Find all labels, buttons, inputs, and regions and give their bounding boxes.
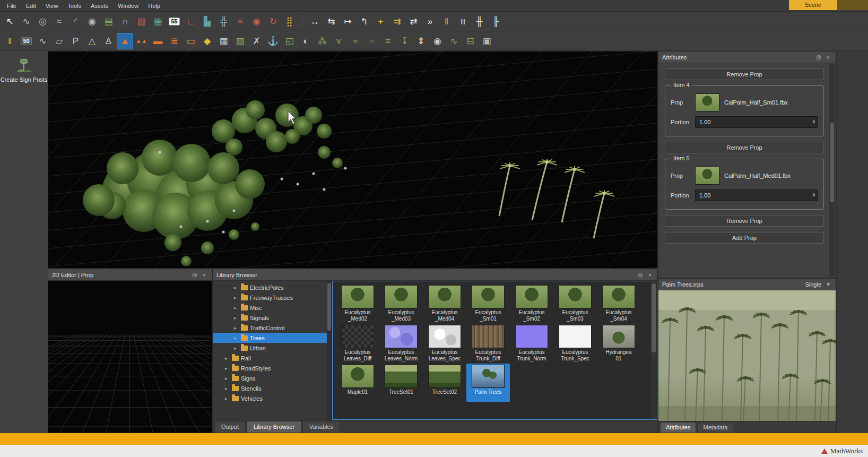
expand-arrow-icon[interactable]: ▸ <box>234 335 240 341</box>
asset-eucalyptus-med03[interactable]: Eucalyptus _Med03 <box>379 284 423 323</box>
portion-spinbox[interactable]: 1.00 ▲ ▼ <box>695 189 818 201</box>
crosswalk-surface-tool[interactable]: ▦ <box>150 13 166 30</box>
scene-3d-viewport[interactable] <box>48 51 658 269</box>
tree-item-signs[interactable]: ▸Signs <box>213 373 332 383</box>
asset-eucalyptus-trunk-norm[interactable]: Eucalyptus Trunk_Norm <box>510 324 553 363</box>
remove-prop-button[interactable]: Remove Prop <box>665 68 824 80</box>
tree-item-rail[interactable]: ▸Rail <box>213 353 332 363</box>
menu-assets[interactable]: Assets <box>86 1 113 11</box>
tree-item-vehicles[interactable]: ▸Vehicles <box>213 393 332 403</box>
remove-prop-button[interactable]: Remove Prop <box>665 215 824 227</box>
elevation-layers-tool[interactable]: ≈ <box>363 33 380 49</box>
add-prop-button[interactable]: Add Prop <box>665 232 824 244</box>
tree-item-trafficcontrol[interactable]: ▸TrafficControl <box>213 323 332 333</box>
corner-apex-tool[interactable]: ∟ <box>183 13 199 30</box>
spin-down-icon[interactable]: ▼ <box>812 122 815 124</box>
export-scene-tool[interactable]: ⊟ <box>462 33 479 49</box>
speed-paint-tool[interactable]: 50 <box>18 33 34 49</box>
stack-layers-tool[interactable]: ≡ <box>380 33 396 49</box>
lane-width-tool[interactable]: ↔ <box>307 13 323 30</box>
asset-eucalyptus-med04[interactable]: Eucalyptus _Med04 <box>423 284 466 323</box>
asset-eucalyptus-leaves-diff[interactable]: Eucalyptus Leaves_Diff <box>336 324 379 363</box>
attributes-scrollbar[interactable] <box>829 64 835 277</box>
marking-lines-tool[interactable]: ≡ <box>232 13 248 30</box>
cone-tool[interactable]: ▲ <box>117 33 133 49</box>
lane-node-tool[interactable]: ╟ <box>488 13 504 30</box>
road-marking-paint-tool[interactable]: ‖ <box>2 33 18 49</box>
tab-variables[interactable]: Variables <box>302 421 340 433</box>
panel-settings-icon[interactable]: ◎ <box>191 271 198 278</box>
menu-file[interactable]: File <box>2 1 21 11</box>
menu-help[interactable]: Help <box>143 1 165 11</box>
menu-edit[interactable]: Edit <box>21 1 41 11</box>
asset-hydrangea-01[interactable]: Hydrangea 01 <box>597 324 640 363</box>
panel-settings-icon[interactable]: ◎ <box>815 54 822 61</box>
anchor-tool[interactable]: ⚓ <box>265 33 281 49</box>
speed-limit-sign-tool[interactable]: 55 <box>166 13 183 30</box>
lane-connect-tool[interactable]: ╫ <box>471 13 488 30</box>
asset-eucalyptus-sm04[interactable]: Eucalyptus _Sm04 <box>597 284 640 323</box>
expand-arrow-icon[interactable]: ▸ <box>234 315 240 321</box>
asset-maple01[interactable]: Maple01 <box>336 364 379 402</box>
expand-arrow-icon[interactable]: ▸ <box>234 346 240 351</box>
tree-scrollbar[interactable] <box>327 281 332 420</box>
create-sign-posts-tool[interactable] <box>13 56 34 74</box>
lane-cross-tool[interactable]: + <box>372 13 389 30</box>
asset-preview-viewport[interactable] <box>658 290 836 421</box>
surface-polygon-tool[interactable]: ▱ <box>51 33 67 49</box>
barrel-row-tool[interactable]: ≣ <box>166 33 183 49</box>
lane-offset-tool[interactable]: ⇆ <box>323 13 340 30</box>
panel-close-icon[interactable]: × <box>201 272 208 278</box>
expand-arrow-icon[interactable]: ▸ <box>225 376 231 381</box>
bridge-span-tool[interactable]: ∩ <box>117 13 133 30</box>
road-layers-tool[interactable]: ≈ <box>347 33 363 49</box>
pedestrian-tool[interactable]: ♙ <box>100 33 117 49</box>
lane-triple-marking-tool[interactable]: ||| <box>455 13 471 30</box>
tree-item-trees[interactable]: ▸Trees <box>213 333 332 343</box>
asset-eucalyptus-sm02[interactable]: Eucalyptus _Sm02 <box>510 284 553 323</box>
remove-prop-button[interactable]: Remove Prop <box>665 142 824 153</box>
lane-extend-tool[interactable]: ↦ <box>340 13 356 30</box>
barricade-tool[interactable]: ▬ <box>150 33 166 49</box>
tree-item-signals[interactable]: ▸Signals <box>213 313 332 323</box>
tab-output[interactable]: Output <box>214 421 246 433</box>
city-layout-tool[interactable]: ▙ <box>199 13 215 30</box>
region-frame-tool[interactable]: ◱ <box>281 33 298 49</box>
asset-palm-trees[interactable]: Palm Trees <box>466 364 510 402</box>
lane-shift-tool[interactable]: ⇄ <box>405 13 422 30</box>
roundabout-tool[interactable]: ◉ <box>248 13 265 30</box>
tree-item-urban[interactable]: ▸Urban <box>213 343 332 353</box>
spiral-curve-tool[interactable]: ◉ <box>84 13 100 30</box>
camera-tool[interactable]: ◉ <box>429 33 446 49</box>
lane-add-tool[interactable]: ⇉ <box>389 13 405 30</box>
expand-arrow-icon[interactable]: ▸ <box>225 386 231 391</box>
menu-window[interactable]: Window <box>113 1 143 11</box>
spin-down-icon[interactable]: ▼ <box>812 195 815 197</box>
yield-marking-tool[interactable]: △ <box>84 33 100 49</box>
asset-eucalyptus-leaves-norm[interactable]: Eucalyptus Leaves_Norm <box>379 324 423 363</box>
asset-eucalyptus-trunk-diff[interactable]: Eucalyptus Trunk_Diff <box>466 324 510 363</box>
panel-close-icon[interactable]: × <box>824 54 832 61</box>
asset-eucalyptus-sm03[interactable]: Eucalyptus _Sm03 <box>553 284 597 323</box>
satellite-image-tool[interactable]: ◐ <box>298 33 314 49</box>
expand-arrow-icon[interactable]: ▸ <box>234 325 240 331</box>
asset-eucalyptus-med02[interactable]: Eucalyptus _Med02 <box>336 284 379 323</box>
guardrail-tool[interactable]: ▭ <box>183 33 199 49</box>
geo-pin-tool[interactable]: ↧ <box>396 33 413 49</box>
arc-curve-tool[interactable]: ◜ <box>67 13 84 30</box>
lane-chevron-tool[interactable]: » <box>422 13 438 30</box>
lane-handle-tool[interactable]: ↰ <box>356 13 372 30</box>
tree-item-misc[interactable]: ▸Misc <box>213 303 332 313</box>
terrain-tool[interactable]: ▧ <box>232 33 248 49</box>
network-branch-tool[interactable]: ⋎ <box>331 33 347 49</box>
panel-settings-icon[interactable]: ◎ <box>637 271 644 278</box>
asset-eucalyptus-sm01[interactable]: Eucalyptus _Sm01 <box>466 284 510 323</box>
asset-treeset02[interactable]: TreeSet02 <box>423 364 466 402</box>
menu-view[interactable]: View <box>41 1 63 11</box>
cone-row-tool[interactable]: ▲▲ <box>133 33 150 49</box>
freeform-curve-tool[interactable]: ≈ <box>51 13 67 30</box>
ramp-curve-tool[interactable]: ↻ <box>265 13 281 30</box>
parking-tool[interactable]: P <box>67 33 84 49</box>
tree-item-roadstyles[interactable]: ▸RoadStyles <box>213 363 332 373</box>
asset-treeset01[interactable]: TreeSet01 <box>379 364 423 402</box>
